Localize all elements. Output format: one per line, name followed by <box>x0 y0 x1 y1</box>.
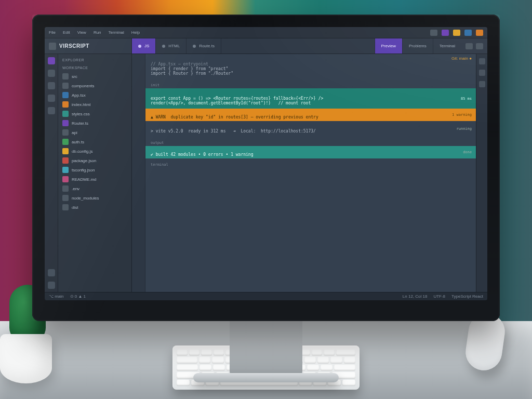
sidebar-item[interactable]: tsconfig.json <box>58 165 131 175</box>
file-icon <box>62 101 69 108</box>
app-body: EXPLORER WORKSPACE srccomponentsApp.tsxi… <box>45 54 487 292</box>
sidebar-item[interactable]: components <box>58 81 131 90</box>
sidebar-item[interactable]: db.config.js <box>58 147 131 156</box>
sidebar-item[interactable]: Router.ts <box>58 118 131 128</box>
sync-icon[interactable] <box>464 30 472 36</box>
sidebar-item[interactable]: package.json <box>58 156 131 165</box>
sidebar-item-label: tsconfig.json <box>72 168 95 172</box>
status-language[interactable]: TypeScript React <box>451 294 483 299</box>
brand-label: VIRSCRIPT <box>59 43 89 49</box>
status-bar: ⌥ main ⊙ 0 ▲ 1 Ln 12, Col 18 UTF-8 TypeS… <box>45 292 487 300</box>
status-problems[interactable]: ⊙ 0 ▲ 1 <box>70 294 86 299</box>
sidebar-item[interactable]: index.html <box>58 100 131 109</box>
sidebar-item-label: dist <box>72 205 78 210</box>
sidebar: EXPLORER WORKSPACE srccomponentsApp.tsxi… <box>58 54 132 292</box>
git-icon[interactable] <box>48 82 55 89</box>
sidebar-item-label: auth.ts <box>72 140 84 144</box>
highlight-block-success: export const App = () => <Router routes=… <box>145 88 476 109</box>
warning-badge: 1 warning <box>452 113 472 117</box>
more-icon[interactable] <box>476 43 483 49</box>
brand-box: VIRSCRIPT <box>45 38 132 54</box>
editor-tabs: JS HTML Route.ts <box>132 38 221 54</box>
explorer-icon[interactable] <box>48 57 55 64</box>
sidebar-item-label: .env <box>72 187 79 191</box>
sidebar-item[interactable]: App.tsx <box>58 90 131 100</box>
tab-label: Route.ts <box>199 44 215 48</box>
sidebar-item-label: db.config.js <box>72 149 92 154</box>
file-icon <box>62 167 69 173</box>
editor-area: Git: main ● // App.tsx — entrypoint impo… <box>132 54 476 292</box>
app-window: File Edit View Run Terminal Help VI <box>45 27 487 300</box>
file-icon <box>62 157 69 164</box>
highlight-block-done: ✔ built 42 modules • 0 errors • 1 warnin… <box>145 146 476 158</box>
file-icon <box>62 83 69 89</box>
sidebar-item[interactable]: dist <box>58 203 131 212</box>
debug-icon[interactable] <box>48 95 55 102</box>
brand-icon <box>49 43 56 50</box>
file-icon <box>62 195 69 201</box>
file-icon <box>62 111 69 117</box>
code-block-header: // App.tsx — entrypoint import { render … <box>145 54 476 79</box>
file-icon <box>62 120 69 126</box>
tab-html[interactable]: HTML <box>156 38 187 54</box>
tab-label: Preview <box>381 44 396 48</box>
sidebar-item-label: App.tsx <box>72 93 86 98</box>
file-icon <box>62 73 69 79</box>
sidebar-item[interactable]: api <box>58 128 131 137</box>
extensions-icon[interactable] <box>442 30 449 36</box>
search-icon[interactable] <box>48 70 55 77</box>
menu-help[interactable]: Help <box>131 30 140 35</box>
file-icon <box>62 139 69 145</box>
tab-problems[interactable]: Problems <box>402 38 433 54</box>
warning-icon[interactable] <box>453 30 460 36</box>
tab-route[interactable]: Route.ts <box>187 38 221 54</box>
section-label-init: init <box>145 79 476 88</box>
gear-icon[interactable] <box>48 282 55 289</box>
tab-terminal[interactable]: Terminal <box>433 38 461 54</box>
outline-icon[interactable] <box>479 58 485 64</box>
status-branch[interactable]: ⌥ main <box>49 294 64 299</box>
folder-icon[interactable] <box>476 30 483 36</box>
sidebar-heading: EXPLORER <box>58 56 131 64</box>
tab-label: Problems <box>409 44 427 48</box>
menu-view[interactable]: View <box>77 30 86 35</box>
notifications-icon[interactable] <box>430 30 437 36</box>
sidebar-item[interactable]: auth.ts <box>58 137 131 147</box>
tab-js[interactable]: JS <box>132 38 156 54</box>
sidebar-item[interactable]: .env <box>58 184 131 193</box>
minimap-icon[interactable] <box>479 70 485 76</box>
menubar: File Edit View Run Terminal Help <box>45 27 487 38</box>
account-icon[interactable] <box>48 269 55 276</box>
menu-run[interactable]: Run <box>94 30 101 35</box>
status-badge: running <box>456 127 472 131</box>
status-encoding[interactable]: UTF-8 <box>433 294 445 299</box>
apple-logo-icon <box>260 304 272 318</box>
extensions-rail-icon[interactable] <box>48 107 55 114</box>
file-icon <box>62 92 69 98</box>
sidebar-item-label: package.json <box>72 158 96 163</box>
sidebar-item-label: api <box>72 130 77 135</box>
file-icon <box>62 176 69 182</box>
section-label-output: output <box>145 137 476 146</box>
section-label-terminal: terminal <box>145 158 476 168</box>
menu-edit[interactable]: Edit <box>63 30 70 35</box>
status-cursor[interactable]: Ln 12, Col 18 <box>403 294 428 299</box>
file-icon <box>62 204 69 210</box>
sidebar-item[interactable]: src <box>58 72 131 81</box>
output-line: > vite v5.2.0 ready in 312 ms ➜ Local: h… <box>145 121 476 137</box>
sidebar-item[interactable]: node_modules <box>58 193 131 203</box>
sidebar-item-label: components <box>72 84 95 88</box>
file-icon <box>62 129 69 136</box>
code-view[interactable]: Git: main ● // App.tsx — entrypoint impo… <box>145 54 476 292</box>
menu-terminal[interactable]: Terminal <box>109 30 124 35</box>
panel-tabs: Preview Problems Terminal <box>375 38 461 54</box>
sidebar-item-label: index.html <box>72 102 90 107</box>
tab-label: JS <box>144 44 149 48</box>
monitor: File Edit View Run Terminal Help VI <box>32 15 500 321</box>
split-editor-icon[interactable] <box>466 43 473 49</box>
menu-file[interactable]: File <box>49 30 56 35</box>
bookmark-icon[interactable] <box>479 81 485 87</box>
sidebar-item[interactable]: README.md <box>58 175 131 184</box>
sidebar-item[interactable]: styles.css <box>58 109 131 118</box>
tab-preview[interactable]: Preview <box>375 38 402 54</box>
